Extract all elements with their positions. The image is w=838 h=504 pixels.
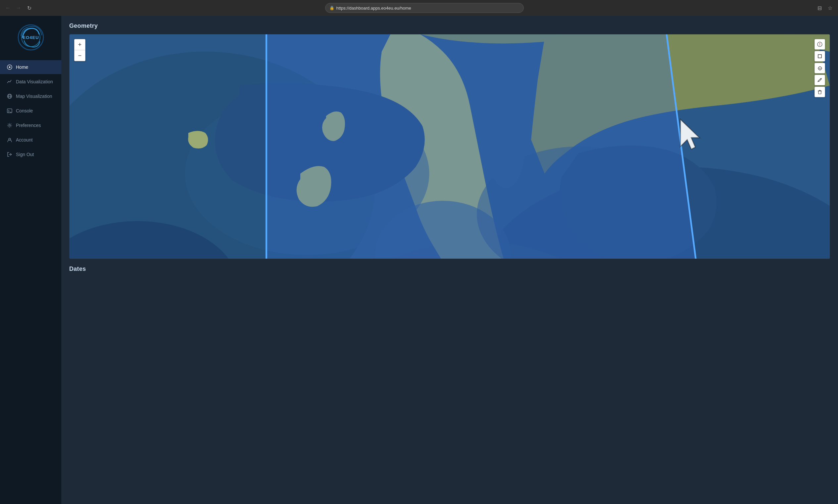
preferences-icon <box>6 122 13 128</box>
edit-icon <box>818 78 822 82</box>
svg-line-40 <box>818 81 818 82</box>
svg-text:EO4EU: EO4EU <box>22 35 39 40</box>
zoom-out-button[interactable]: − <box>74 50 85 61</box>
sidebar-nav: Home Data Visualization Map Visualizatio… <box>0 60 61 504</box>
sidebar-item-account[interactable]: Account <box>0 133 61 147</box>
browser-actions: ⊟ ☆ <box>816 4 834 12</box>
sidebar-item-home[interactable]: Home <box>0 60 61 74</box>
sidebar-item-account-label: Account <box>16 137 33 143</box>
svg-point-4 <box>9 67 11 68</box>
sidebar-item-data-visualization[interactable]: Data Visualization <box>0 75 61 89</box>
address-bar[interactable]: 🔒 https://dashboard.apps.eo4eu.eu/home <box>325 3 524 13</box>
map-zoom-controls: + − <box>74 39 85 61</box>
locate-button[interactable] <box>815 63 825 73</box>
zoom-in-button[interactable]: + <box>74 39 85 50</box>
console-icon <box>6 108 13 114</box>
sidebar-item-sign-out-label: Sign Out <box>16 152 34 157</box>
compass-icon <box>817 42 822 47</box>
edit-button[interactable] <box>815 75 825 85</box>
sign-out-icon <box>6 151 13 158</box>
svg-marker-31 <box>819 42 820 44</box>
sidebar-item-map-visualization[interactable]: Map Visualization <box>0 89 61 103</box>
reload-button[interactable]: ↻ <box>25 4 33 12</box>
star-button[interactable]: ☆ <box>826 4 834 12</box>
sidebar-item-data-visualization-label: Data Visualization <box>16 79 53 84</box>
sidebar-item-console-label: Console <box>16 108 33 113</box>
geometry-section: Geometry <box>61 16 838 34</box>
svg-marker-29 <box>267 34 708 258</box>
square-button[interactable] <box>815 51 825 61</box>
dates-section: Dates <box>61 259 838 277</box>
sidebar-item-map-visualization-label: Map Visualization <box>16 94 52 99</box>
sidebar-item-home-label: Home <box>16 65 28 70</box>
app-wrapper: EO4EU Home Data Visualization <box>0 16 838 504</box>
url-text: https://dashboard.apps.eo4eu.eu/home <box>337 6 411 11</box>
sidebar-item-sign-out[interactable]: Sign Out <box>0 147 61 161</box>
compass-button[interactable] <box>815 39 825 50</box>
logo-svg: EO4EU <box>16 22 46 52</box>
home-icon <box>6 64 13 70</box>
locate-icon <box>818 66 822 71</box>
chart-icon <box>6 79 13 85</box>
back-button[interactable]: ← <box>4 4 12 12</box>
svg-point-35 <box>819 68 820 69</box>
svg-rect-33 <box>818 55 821 58</box>
account-icon <box>6 137 13 143</box>
svg-rect-41 <box>819 91 821 94</box>
svg-point-10 <box>9 125 11 126</box>
sidebar-item-preferences-label: Preferences <box>16 123 41 128</box>
square-icon <box>818 54 822 58</box>
sidebar-logo: EO4EU <box>0 16 61 60</box>
delete-button[interactable] <box>815 87 825 97</box>
sidebar: EO4EU Home Data Visualization <box>0 16 61 504</box>
dates-title: Dates <box>69 266 830 272</box>
security-icon: 🔒 <box>329 6 335 10</box>
map-svg <box>70 34 830 258</box>
geometry-title: Geometry <box>69 22 830 30</box>
map-right-controls <box>815 39 825 97</box>
delete-icon <box>818 90 822 94</box>
map-container[interactable]: + − <box>69 34 830 259</box>
main-content: Geometry <box>61 16 838 504</box>
svg-marker-32 <box>819 44 820 46</box>
browser-chrome: ← → ↻ 🔒 https://dashboard.apps.eo4eu.eu/… <box>0 0 838 16</box>
globe-icon <box>6 93 13 99</box>
sidebar-item-console[interactable]: Console <box>0 104 61 118</box>
bookmark-list-button[interactable]: ⊟ <box>816 4 823 12</box>
sidebar-item-preferences[interactable]: Preferences <box>0 119 61 132</box>
forward-button[interactable]: → <box>15 4 22 12</box>
